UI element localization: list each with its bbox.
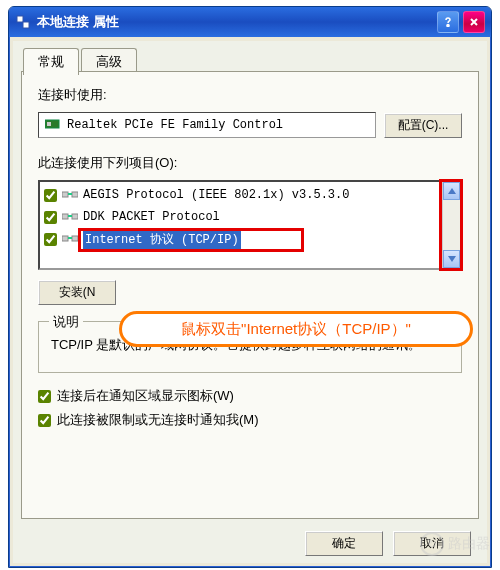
svg-rect-10 [72,236,78,241]
watermark-icon: ↻ [420,532,444,556]
protocol-icon [61,234,79,244]
list-item[interactable]: DDK PACKET Protocol [42,206,440,228]
dialog-body: 常规 高级 连接时使用: Realtek PCIe FE Family Cont… [13,41,487,563]
adapter-box: Realtek PCIe FE Family Control [38,112,376,138]
list-item[interactable]: AEGIS Protocol (IEEE 802.1x) v3.5.3.0 [42,184,440,206]
annotation-callout: 鼠标双击"Internet协议（TCP/IP）" [119,311,473,347]
panel-general: 连接时使用: Realtek PCIe FE Family Control 配置… [21,71,479,519]
show-icon-checkbox-row[interactable]: 连接后在通知区域显示图标(W) [38,387,462,405]
protocol-icon [61,212,79,222]
scroll-up-button[interactable] [443,182,460,200]
svg-rect-1 [23,22,29,28]
nic-icon [45,118,61,132]
adapter-name: Realtek PCIe FE Family Control [67,118,283,132]
notify-checkbox-row[interactable]: 此连接被限制或无连接时通知我(M) [38,411,462,429]
close-button[interactable] [463,11,485,33]
svg-rect-7 [62,214,68,219]
network-icon [15,14,31,30]
list-items-container: AEGIS Protocol (IEEE 802.1x) v3.5.3.0 DD… [40,182,442,268]
install-button[interactable]: 安装(N [38,280,116,305]
watermark: ↻ 路由器 [420,532,490,556]
list-item-selected[interactable]: Internet 协议 (TCP/IP) [42,228,440,250]
window-title: 本地连接 属性 [37,13,433,31]
scrollbar[interactable] [442,182,460,268]
notify-checkbox[interactable] [38,414,51,427]
dialog-window: 本地连接 属性 常规 高级 连接时使用: Realtek PCIe FE Fam… [8,6,492,568]
ok-button[interactable]: 确定 [305,531,383,556]
items-listbox[interactable]: AEGIS Protocol (IEEE 802.1x) v3.5.3.0 DD… [38,180,462,270]
svg-rect-6 [72,192,78,197]
configure-button[interactable]: 配置(C)... [384,113,462,138]
svg-rect-8 [72,214,78,219]
scroll-down-button[interactable] [443,250,460,268]
help-button[interactable] [437,11,459,33]
callout-text: 鼠标双击"Internet协议（TCP/IP）" [181,320,411,339]
notify-label: 此连接被限制或无连接时通知我(M) [57,411,259,429]
adapter-row: Realtek PCIe FE Family Control 配置(C)... [38,112,462,138]
show-icon-label: 连接后在通知区域显示图标(W) [57,387,234,405]
tab-general[interactable]: 常规 [23,48,79,75]
item-label: DDK PACKET Protocol [83,210,220,224]
item-label: AEGIS Protocol (IEEE 802.1x) v3.5.3.0 [83,188,349,202]
item-buttons-row: 安装(N [38,280,462,305]
protocol-icon [61,190,79,200]
svg-rect-9 [62,236,68,241]
description-legend: 说明 [49,313,83,331]
watermark-text: 路由器 [448,535,490,553]
dialog-footer: 确定 取消 [13,523,487,563]
item-checkbox[interactable] [44,189,57,202]
svg-rect-0 [17,16,23,22]
svg-point-2 [447,25,449,27]
svg-rect-4 [47,122,51,126]
item-checkbox[interactable] [44,211,57,224]
titlebar[interactable]: 本地连接 属性 [9,7,491,37]
connect-using-label: 连接时使用: [38,86,462,104]
item-checkbox[interactable] [44,233,57,246]
item-label: Internet 协议 (TCP/IP) [83,230,241,249]
items-label: 此连接使用下列项目(O): [38,154,462,172]
svg-rect-5 [62,192,68,197]
tab-bar: 常规 高级 [23,47,139,74]
show-icon-checkbox[interactable] [38,390,51,403]
